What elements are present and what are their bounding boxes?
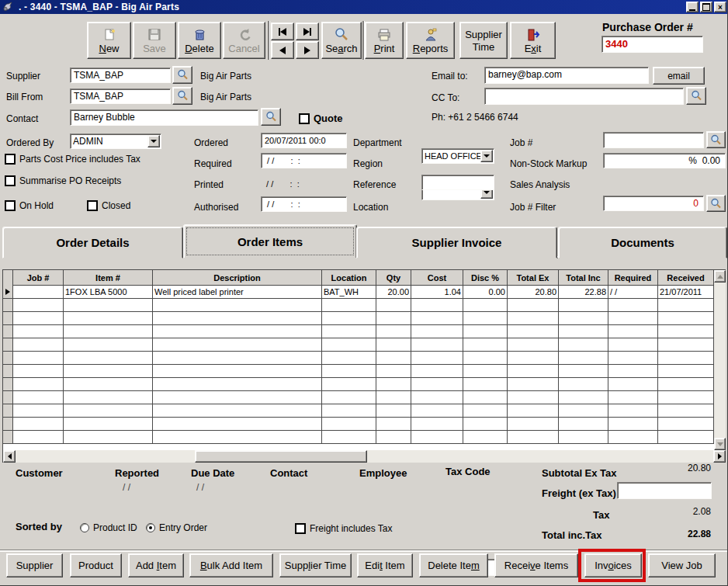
email-button[interactable]: email bbox=[653, 67, 705, 85]
column-header-total-inc[interactable]: Total Inc bbox=[559, 270, 608, 286]
grid-cell[interactable] bbox=[508, 378, 559, 390]
job-filter-lookup-button[interactable] bbox=[706, 195, 726, 212]
authorised-date-field[interactable]: / / : : bbox=[261, 196, 347, 212]
grid-cell[interactable] bbox=[153, 352, 322, 364]
ordered-by-select[interactable]: ADMIN bbox=[70, 133, 161, 149]
grid-cell[interactable] bbox=[658, 325, 714, 338]
grid-cell[interactable] bbox=[559, 431, 608, 443]
grid-cell[interactable] bbox=[658, 404, 714, 417]
grid-cell[interactable] bbox=[376, 418, 411, 430]
grid-cell[interactable] bbox=[322, 418, 376, 430]
grid-cell[interactable] bbox=[64, 431, 153, 443]
table-row[interactable] bbox=[3, 431, 714, 444]
grid-cell[interactable] bbox=[64, 378, 153, 390]
grid-cell[interactable] bbox=[411, 431, 463, 443]
table-row[interactable] bbox=[3, 404, 714, 418]
column-header-job-[interactable]: Job # bbox=[13, 270, 64, 286]
scroll-down-button[interactable] bbox=[714, 438, 726, 450]
row-selector[interactable] bbox=[3, 286, 13, 298]
grid-cell[interactable] bbox=[463, 391, 508, 404]
table-row[interactable] bbox=[3, 325, 714, 338]
grid-cell[interactable] bbox=[658, 338, 714, 351]
new-button[interactable]: New bbox=[87, 22, 131, 59]
grid-cell[interactable] bbox=[411, 391, 463, 404]
required-date-field[interactable]: / / : : bbox=[261, 153, 347, 168]
table-row[interactable] bbox=[3, 391, 714, 404]
contact-field[interactable]: Barney Bubble bbox=[70, 109, 258, 126]
grid-cell[interactable] bbox=[411, 378, 463, 390]
grid-cell[interactable] bbox=[322, 352, 376, 364]
grid-cell[interactable] bbox=[608, 299, 658, 311]
grid-cell[interactable] bbox=[508, 431, 559, 443]
grid-cell[interactable] bbox=[463, 378, 508, 390]
grid-cell[interactable] bbox=[376, 378, 411, 390]
grid-cell[interactable]: Well priced label printer bbox=[153, 286, 322, 298]
supplier-time-button[interactable]: Supplier Time bbox=[459, 22, 508, 59]
column-header-description[interactable]: Description bbox=[153, 270, 322, 286]
table-row[interactable] bbox=[3, 365, 714, 378]
grid-cell[interactable] bbox=[64, 418, 153, 430]
grid-cell[interactable] bbox=[463, 365, 508, 377]
grid-cell[interactable] bbox=[376, 312, 411, 324]
grid-cell[interactable] bbox=[508, 325, 559, 338]
grid-cell[interactable] bbox=[411, 325, 463, 338]
row-selector[interactable] bbox=[3, 431, 13, 443]
on-hold-checkbox[interactable]: On Hold bbox=[5, 200, 54, 211]
grid-cell[interactable] bbox=[153, 325, 322, 338]
grid-cell[interactable] bbox=[463, 404, 508, 417]
add-item-button[interactable]: Add Item bbox=[128, 553, 184, 577]
last-record-button[interactable] bbox=[296, 23, 319, 40]
grid-cell[interactable] bbox=[608, 352, 658, 364]
row-selector[interactable] bbox=[3, 404, 13, 417]
contact-lookup-button[interactable] bbox=[261, 108, 281, 126]
grid-cell[interactable] bbox=[13, 325, 64, 338]
grid-cell[interactable] bbox=[376, 404, 411, 417]
grid-cell[interactable] bbox=[508, 352, 559, 364]
non-stock-markup-field[interactable]: % 0.00 bbox=[603, 153, 726, 168]
grid-cell[interactable] bbox=[658, 418, 714, 430]
grid-cell[interactable] bbox=[658, 391, 714, 404]
grid-cell[interactable] bbox=[658, 378, 714, 390]
table-row[interactable] bbox=[3, 418, 714, 431]
grid-cell[interactable]: 21/07/2011 bbox=[658, 286, 714, 298]
grid-cell[interactable] bbox=[13, 378, 64, 390]
row-selector[interactable] bbox=[3, 365, 13, 377]
grid-cell[interactable] bbox=[559, 365, 608, 377]
receive-items-button[interactable]: Receive Items bbox=[494, 553, 578, 577]
first-record-button[interactable] bbox=[271, 23, 294, 40]
row-selector[interactable] bbox=[3, 325, 13, 338]
grid-cell[interactable] bbox=[411, 404, 463, 417]
job-filter-field[interactable]: 0 bbox=[603, 196, 704, 211]
column-header-qty[interactable]: Qty bbox=[376, 270, 411, 286]
supplier-lookup-button[interactable] bbox=[172, 66, 192, 84]
freight-field[interactable] bbox=[617, 482, 712, 499]
grid-cell[interactable] bbox=[64, 352, 153, 364]
row-selector[interactable] bbox=[3, 338, 13, 351]
grid-cell[interactable] bbox=[13, 286, 64, 298]
grid-cell[interactable] bbox=[559, 312, 608, 324]
grid-cell[interactable] bbox=[153, 431, 322, 443]
grid-cell[interactable] bbox=[376, 431, 411, 443]
grid-cell[interactable] bbox=[376, 365, 411, 377]
tab-supplier-invoice[interactable]: Supplier Invoice bbox=[356, 227, 557, 258]
maximize-button[interactable] bbox=[700, 2, 712, 12]
grid-cell[interactable] bbox=[559, 404, 608, 417]
summarise-checkbox[interactable]: Summarise PO Receipts bbox=[5, 175, 121, 186]
grid-cell[interactable] bbox=[559, 352, 608, 364]
tab-order-details[interactable]: Order Details bbox=[2, 227, 183, 258]
grid-cell[interactable] bbox=[608, 378, 658, 390]
table-row[interactable]: 1FOX LBA 5000Well priced label printerBA… bbox=[3, 286, 714, 299]
sort-entry-order-radio[interactable]: Entry Order bbox=[146, 522, 207, 533]
grid-cell[interactable] bbox=[322, 325, 376, 338]
grid-cell[interactable] bbox=[559, 325, 608, 338]
freight-includes-tax-checkbox[interactable]: Freight includes Tax bbox=[295, 523, 393, 534]
scrollbar-thumb[interactable] bbox=[195, 450, 367, 463]
scroll-right-button[interactable] bbox=[713, 450, 726, 463]
supplier-button[interactable]: Supplier bbox=[6, 553, 63, 577]
row-selector[interactable] bbox=[3, 312, 13, 324]
table-row[interactable] bbox=[3, 338, 714, 352]
grid-cell[interactable] bbox=[64, 338, 153, 351]
grid-cell[interactable] bbox=[322, 431, 376, 443]
grid-cell[interactable] bbox=[322, 391, 376, 404]
grid-cell[interactable] bbox=[376, 352, 411, 364]
